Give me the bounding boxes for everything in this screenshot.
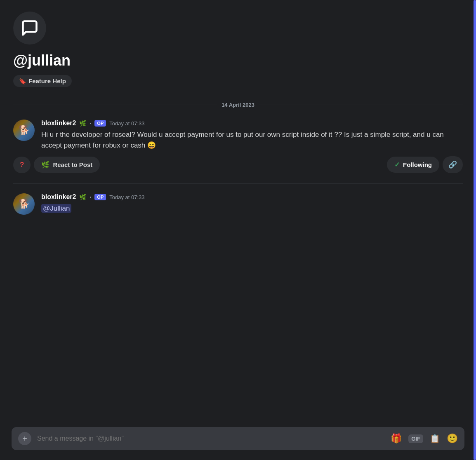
message-container-2: 🐕 bloxlinker2 🌿 • OP Today at 07:33 @Jul… <box>0 188 476 220</box>
react-label: React to Post <box>53 161 92 168</box>
input-actions: 🎁 GIF 📋 🙂 <box>391 433 458 444</box>
sticker-icon[interactable]: 📋 <box>430 434 440 444</box>
divider-line-right <box>259 105 463 105</box>
channel-icon <box>13 12 46 45</box>
op-badge-1: OP <box>94 120 106 127</box>
date-divider: 14 April 2023 <box>0 95 476 115</box>
message-container-1: 🐕 bloxlinker2 🌿 • OP Today at 07:33 Hi u… <box>0 115 476 178</box>
check-icon: ✓ <box>394 161 400 169</box>
add-attachment-button[interactable]: + <box>18 432 31 445</box>
date-divider-text: 14 April 2023 <box>222 102 254 108</box>
following-button[interactable]: ✓ Following <box>387 157 439 173</box>
message-text-2: @Jullian <box>41 203 463 214</box>
leaf-icon-2: 🌿 <box>79 194 86 200</box>
emoji-icon[interactable]: 🙂 <box>447 433 458 444</box>
message-header-1: bloxlinker2 🌿 • OP Today at 07:33 <box>41 120 463 127</box>
question-button[interactable]: ? <box>13 157 31 173</box>
divider-line-left <box>13 105 217 105</box>
leaf-icon-1: 🌿 <box>79 120 86 127</box>
message-input[interactable] <box>37 435 385 442</box>
message-body-2: bloxlinker2 🌿 • OP Today at 07:33 @Julli… <box>41 193 463 214</box>
avatar-img-1: 🐕 <box>13 120 35 141</box>
channel-header: @jullian 🔖 Feature Help <box>0 0 476 95</box>
username-1: bloxlinker2 <box>41 120 76 127</box>
feature-tag: 🔖 Feature Help <box>13 75 72 87</box>
message-header-2: bloxlinker2 🌿 • OP Today at 07:33 <box>41 193 463 201</box>
react-icon: 🌿 <box>41 161 49 169</box>
messages-area: 🐕 bloxlinker2 🌿 • OP Today at 07:33 Hi u… <box>0 115 476 421</box>
main-content: @jullian 🔖 Feature Help 14 April 2023 🐕 … <box>0 0 476 460</box>
username-2: bloxlinker2 <box>41 193 76 201</box>
link-icon: 🔗 <box>448 160 457 169</box>
tag-icon: 🔖 <box>19 78 26 84</box>
link-button[interactable]: 🔗 <box>443 156 463 173</box>
channel-name: @jullian <box>13 52 463 69</box>
gif-button[interactable]: GIF <box>408 434 423 443</box>
avatar-img-2: 🐕 <box>13 193 35 215</box>
action-bar: ? 🌿 React to Post ✓ Following 🔗 <box>13 156 463 173</box>
scrollbar-accent <box>474 0 476 460</box>
message-body-1: bloxlinker2 🌿 • OP Today at 07:33 Hi u r… <box>41 120 463 150</box>
leaf-icon-1b: • <box>90 121 91 126</box>
mention-jullian[interactable]: @Jullian <box>41 204 71 213</box>
following-label: Following <box>403 161 432 168</box>
react-to-post-button[interactable]: 🌿 React to Post <box>34 157 100 173</box>
chat-icon <box>21 19 39 37</box>
feature-tag-label: Feature Help <box>28 77 66 84</box>
following-group: ✓ Following 🔗 <box>387 156 463 173</box>
avatar-2: 🐕 <box>13 193 35 215</box>
gift-icon[interactable]: 🎁 <box>391 433 402 444</box>
avatar-1: 🐕 <box>13 120 35 141</box>
message-row-1: 🐕 bloxlinker2 🌿 • OP Today at 07:33 Hi u… <box>13 120 463 150</box>
op-badge-2: OP <box>94 194 106 200</box>
message-text-1: Hi u r the developer of roseal? Would u … <box>41 129 463 150</box>
dot-2: • <box>90 195 91 199</box>
input-area: + 🎁 GIF 📋 🙂 <box>0 421 476 460</box>
message-row-2: 🐕 bloxlinker2 🌿 • OP Today at 07:33 @Jul… <box>13 193 463 215</box>
plus-icon: + <box>22 434 27 443</box>
timestamp-2: Today at 07:33 <box>109 194 144 200</box>
timestamp-1: Today at 07:33 <box>109 120 144 127</box>
input-row: + 🎁 GIF 📋 🙂 <box>12 427 464 450</box>
message-divider <box>13 183 463 183</box>
